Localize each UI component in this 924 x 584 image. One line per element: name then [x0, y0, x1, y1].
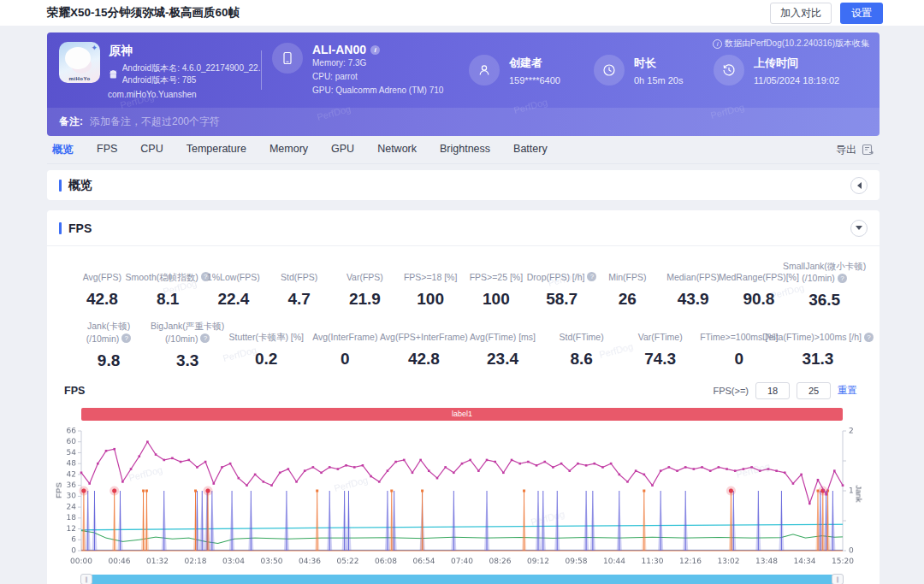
tab-memory[interactable]: Memory	[270, 143, 308, 157]
divider	[261, 50, 262, 90]
tab-battery[interactable]: Battery	[513, 143, 548, 157]
stat-value: 43.9	[660, 290, 726, 309]
fps-chart-area: FPS Jank	[47, 424, 880, 571]
fps-stats: Avg(FPS)42.8Smooth(稳帧指数)?8.11%Low(FPS)22…	[47, 246, 880, 370]
stat-fps-18-%: FPS>=18 [%]100	[398, 260, 464, 310]
stat-value: 26	[595, 290, 660, 309]
stat-value: 23.4	[463, 350, 542, 369]
fps-chart-title: FPS	[64, 385, 85, 397]
y-axis-title-jank: Jank	[854, 485, 863, 502]
stat-value: 42.8	[384, 350, 463, 369]
device-gpu: GPU: Qualcomm Adreno (TM) 710	[312, 84, 443, 97]
stat-value: 9.8	[69, 351, 148, 370]
stats-row-1: Avg(FPS)42.8Smooth(稳帧指数)?8.11%Low(FPS)22…	[69, 260, 857, 310]
app-icon-art	[65, 47, 91, 69]
stat-value: 21.9	[332, 290, 398, 309]
user-icon	[469, 55, 500, 86]
stat-label: Stutter(卡顿率) [%]	[228, 331, 304, 343]
scrollbar-right-handle[interactable]: ∥	[832, 574, 844, 584]
tab-temperature[interactable]: Temperature	[187, 143, 246, 157]
note-row[interactable]: 备注: 添加备注，不超过200个字符	[47, 108, 880, 136]
tab-cpu[interactable]: CPU	[140, 143, 163, 157]
collect-info: i 数据由PerfDog(10.2.240316)版本收集	[713, 38, 869, 50]
app-package: com.miHoYo.Yuanshen	[108, 90, 261, 99]
clock-icon	[594, 55, 625, 86]
stat-label: FPS>=25 [%]	[470, 271, 523, 283]
star-icon: ✦	[91, 44, 98, 52]
export-label: 导出	[836, 143, 856, 157]
page-title: 荣耀X50-15分钟须弥城-极高画质60帧	[47, 5, 770, 21]
help-icon[interactable]: ?	[838, 274, 847, 283]
stats-row-2: Jank(卡顿)(/10min)?9.8BigJank(严重卡顿)(/10min…	[69, 320, 857, 369]
stat-value: 90.8	[726, 290, 792, 309]
reset-link[interactable]: 重置	[838, 384, 857, 397]
fps-threshold-label: FPS(>=)	[713, 386, 749, 396]
help-icon[interactable]: ?	[121, 333, 131, 343]
tab-[interactable]: 概览	[52, 143, 74, 157]
stat-label: (/10min)	[802, 272, 835, 284]
stat-var-ftime: Var(FTime)74.3	[621, 320, 700, 369]
phone-icon	[272, 43, 303, 74]
fps-collapse-button[interactable]	[850, 220, 868, 237]
add-compare-button[interactable]: 加入对比	[770, 3, 832, 24]
scrollbar-track[interactable]	[81, 575, 843, 584]
stat-median-fps: Median(FPS)43.9	[660, 260, 726, 310]
duration-value: 0h 15m 20s	[634, 75, 683, 86]
help-icon[interactable]: ?	[864, 333, 874, 342]
tab-gpu[interactable]: GPU	[331, 143, 354, 157]
creator-block: 创建者 159****6400	[469, 55, 594, 86]
device-name: ALI-AN00	[312, 43, 366, 56]
section-accent-bar	[59, 222, 62, 234]
tab-fps[interactable]: FPS	[97, 143, 117, 157]
app-block: ✦ miHoYo 原神 Android版本名: 4.6.0_22174900_2…	[59, 42, 261, 99]
fps-threshold-high-input[interactable]	[797, 382, 831, 399]
stat-avg-interframe: Avg(InterFrame)0	[305, 320, 384, 369]
stat-value: 3.3	[148, 351, 227, 370]
stat-fps-25-%: FPS>=25 [%]100	[464, 260, 530, 310]
export-button[interactable]: 导出	[836, 143, 874, 157]
stat-value: 8.1	[135, 290, 201, 309]
stat-label: (/10min)	[165, 333, 198, 345]
scrollbar-left-handle[interactable]: ∥	[80, 574, 92, 584]
device-info-icon[interactable]: i	[370, 45, 380, 55]
upload-time-value: 11/05/2024 18:19:02	[754, 75, 839, 86]
overview-collapse-button[interactable]	[850, 177, 868, 194]
help-icon[interactable]: ?	[200, 333, 210, 343]
upload-time-label: 上传时间	[754, 56, 839, 71]
stat-stutter-%: Stutter(卡顿率) [%]0.2	[227, 320, 305, 369]
duration-block: 时长 0h 15m 20s	[594, 55, 714, 86]
stat-label: Avg(FTime) [ms]	[470, 331, 536, 343]
stat-label: BigJank(严重卡顿)	[151, 320, 224, 332]
creator-value: 159****6400	[509, 75, 560, 86]
label-region-banner[interactable]: label1	[81, 408, 843, 421]
android-version-code: Android版本号: 785	[122, 74, 261, 87]
history-clock-icon	[714, 55, 744, 86]
android-version-name: Android版本名: 4.6.0_22174900_22...	[122, 62, 261, 75]
stat-label: Std(FPS)	[281, 271, 317, 283]
settings-button[interactable]: 设置	[840, 3, 883, 24]
stat-label: Avg(FPS+InterFrame)	[380, 331, 468, 343]
tab-network[interactable]: Network	[377, 143, 417, 157]
stat-medrange-fps-%: MedRange(FPS)[%]90.8	[726, 260, 792, 310]
overview-section-title: 概览	[68, 178, 92, 193]
stat-delta-ftime-100ms-h: Delta(FTime)>100ms [/h]?31.3	[779, 320, 857, 369]
tabs: 概览FPSCPUTemperatureMemoryGPUNetworkBrigh…	[52, 143, 836, 157]
stat-std-fps: Std(FPS)4.7	[266, 260, 332, 310]
stat-smalljank: SmallJank(微小卡顿)(/10min)?36.5	[791, 260, 857, 310]
stat-label: FPS>=18 [%]	[404, 271, 457, 283]
stat-value: 100	[464, 290, 530, 309]
fps-section-title: FPS	[68, 221, 92, 235]
android-icon	[109, 69, 118, 80]
stat-label: Var(FTime)	[638, 331, 683, 343]
fps-chart-canvas[interactable]	[47, 424, 880, 571]
section-accent-bar	[59, 180, 62, 192]
chart-scrollbar[interactable]: ∥ ∥	[81, 574, 843, 584]
export-icon	[862, 144, 874, 156]
device-block: ALI-AN00 i Memory: 7.3G CPU: parrot GPU:…	[272, 43, 469, 97]
stat-label: Min(FPS)	[608, 271, 646, 283]
tab-brightness[interactable]: Brightness	[440, 143, 490, 157]
tab-bar: 概览FPSCPUTemperatureMemoryGPUNetworkBrigh…	[47, 136, 880, 164]
stat-value: 58.7	[529, 290, 595, 309]
stat-jank: Jank(卡顿)(/10min)?9.8	[69, 320, 148, 369]
fps-threshold-low-input[interactable]	[755, 382, 790, 399]
